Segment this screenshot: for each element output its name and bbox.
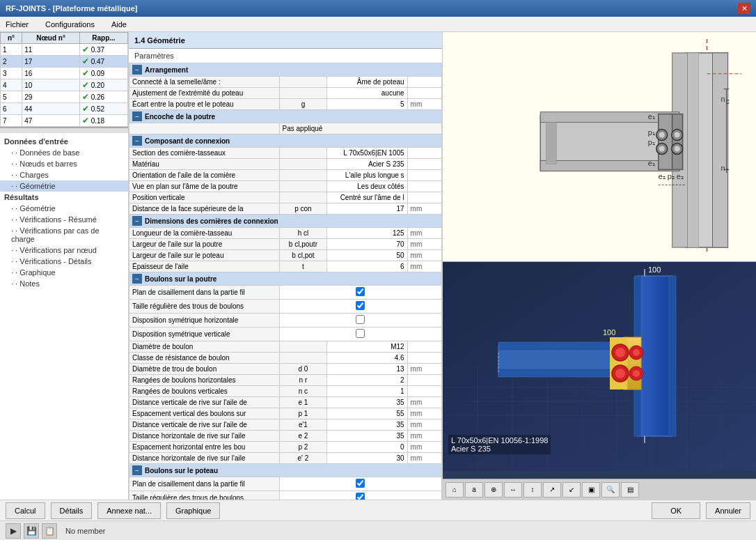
param-unit: mm	[407, 431, 441, 442]
menu-configurations[interactable]: Configurations	[42, 20, 97, 29]
params-table-container[interactable]: −Arrangement Connecté à la semelle/âme :…	[129, 63, 442, 500]
menu-aide[interactable]: Aide	[109, 20, 129, 29]
param-checkbox-cell[interactable]	[279, 300, 441, 314]
viewer-btn-arrows[interactable]: ↔	[504, 482, 522, 497]
tree-graphique[interactable]: · · Graphique	[0, 267, 128, 278]
param-checkbox[interactable]	[356, 301, 365, 310]
param-checkbox-cell[interactable]	[279, 491, 441, 500]
tree-noeuds-barres[interactable]: · · Nœuds et barres	[0, 158, 128, 169]
close-button[interactable]: ✕	[738, 3, 750, 14]
viewer-btn-search[interactable]: 🔍	[601, 482, 620, 497]
cell-n: 6	[1, 103, 22, 115]
status-icon-2[interactable]: 💾	[24, 523, 39, 539]
viewer-label-line2: Acier S 235	[451, 445, 548, 453]
param-check-label: Disposition symétrique horizontale	[129, 314, 280, 327]
table-row[interactable]: 2 17 ✔ 0.47	[1, 56, 128, 68]
tree-verif-details[interactable]: · · Vérifications - Détails	[0, 256, 128, 267]
table-row[interactable]: 7 47 ✔ 0.18	[1, 115, 128, 127]
param-checkbox[interactable]	[356, 493, 365, 500]
params-row: Rangées de boulons horizontales n r 2	[129, 375, 442, 386]
graphique-button[interactable]: Graphique	[166, 502, 220, 519]
section-toggle[interactable]: −	[132, 111, 142, 121]
viewer-btn-vert[interactable]: ↕	[523, 482, 542, 497]
param-checkbox[interactable]	[356, 287, 365, 296]
params-row: Distance horizontale de rive sur l'aile …	[129, 453, 442, 464]
ok-button[interactable]: OK	[652, 502, 700, 519]
param-checkbox-cell[interactable]	[279, 327, 441, 341]
params-row: Espacement horizontal entre les bou p 2 …	[129, 442, 442, 453]
viewer-btn-box[interactable]: ▣	[582, 482, 600, 497]
cell-ratio: ✔ 0.52	[79, 103, 127, 115]
section-toggle[interactable]: −	[132, 274, 142, 284]
tree-geometrie-result[interactable]: · · Géométrie	[0, 203, 128, 214]
viewer-btn-a[interactable]: a	[465, 482, 483, 497]
table-row[interactable]: 4 10 ✔ 0.20	[1, 79, 128, 91]
section-toggle[interactable]: −	[132, 216, 142, 226]
param-checkbox[interactable]	[356, 479, 365, 488]
param-label: Espacement vertical des boulons sur	[129, 408, 280, 419]
menu-fichier[interactable]: Fichier	[3, 20, 31, 29]
param-value: 4.6	[327, 353, 407, 364]
tree-verif-resume[interactable]: · · Vérifications - Résumé	[0, 214, 128, 225]
cell-node: 17	[22, 56, 80, 68]
svg-rect-9	[546, 123, 556, 164]
param-checkbox[interactable]	[356, 329, 365, 338]
section-toggle[interactable]: −	[132, 465, 142, 475]
section-toggle[interactable]: −	[132, 136, 142, 146]
tree-geometrie-input[interactable]: · · Géométrie	[0, 180, 128, 192]
details-button[interactable]: Détails	[51, 502, 93, 519]
param-sym: e 2	[279, 431, 327, 442]
status-icon-3[interactable]: 📋	[42, 523, 57, 539]
param-value: Les deux côtés	[327, 181, 407, 192]
param-unit	[407, 148, 441, 159]
param-checkbox[interactable]	[356, 315, 365, 324]
tree-charges[interactable]: · · Charges	[0, 169, 128, 180]
param-value: 2	[327, 375, 407, 386]
table-row[interactable]: 3 16 ✔ 0.09	[1, 68, 128, 79]
calcul-button[interactable]: Calcul	[6, 502, 45, 519]
param-check-label: Plan de cisaillement dans la partie fil	[129, 286, 280, 300]
table-row[interactable]: 5 29 ✔ 0.26	[1, 91, 128, 103]
viewer-toolbar: ⌂ a ⊕ ↔ ↕ ↗ ↙ ▣ 🔍 ▤	[443, 479, 756, 500]
viewer-btn-plus[interactable]: ⊕	[485, 482, 503, 497]
params-row: Orientation de l'aile de la comière L'ai…	[129, 170, 442, 181]
svg-rect-4	[713, 53, 728, 247]
status-icon-1[interactable]: ▶	[6, 523, 21, 539]
param-sym: e' 2	[279, 453, 327, 464]
param-check-label: Plan de cisaillement dans la partie fil	[129, 477, 280, 491]
tree-verif-noeud[interactable]: · · Vérifications par nœud	[0, 245, 128, 256]
viewer-btn-diag1[interactable]: ↗	[543, 482, 561, 497]
bottom-bar: Calcul Détails Annexe nat... Graphique O…	[0, 500, 756, 520]
param-value: 70	[327, 239, 407, 250]
viewer-btn-grid[interactable]: ▤	[621, 482, 639, 497]
cell-node: 11	[22, 44, 80, 56]
table-row[interactable]: 6 44 ✔ 0.52	[1, 103, 128, 115]
h-scrollbar[interactable]	[0, 128, 128, 133]
param-value-wide: Pas appliqué	[279, 123, 441, 134]
tree-donnees-base[interactable]: · · Données de base	[0, 147, 128, 158]
param-checkbox-cell[interactable]	[279, 477, 441, 491]
params-row: Rangées de boulons verticales n c 1	[129, 386, 442, 397]
params-row: Largeur de l'aile sur le poteau b cl,pot…	[129, 250, 442, 261]
viewer-btn-home[interactable]: ⌂	[446, 482, 464, 497]
tree-notes[interactable]: · · Notes	[0, 278, 128, 289]
svg-rect-49	[638, 276, 672, 436]
viewer-btn-diag2[interactable]: ↙	[562, 482, 581, 497]
param-sym: g	[279, 99, 327, 110]
section-label: −Boulons sur le poteau	[129, 464, 442, 477]
svg-text:100: 100	[603, 328, 615, 337]
annexe-button[interactable]: Annexe nat...	[97, 502, 161, 519]
param-label: Rangées de boulons verticales	[129, 386, 280, 397]
section-input[interactable]: Données d'entrée	[0, 136, 128, 147]
param-checkbox-cell[interactable]	[279, 314, 441, 327]
tree-verif-cas[interactable]: · · Vérifications par cas de charge	[0, 225, 128, 245]
check-icon: ✔	[82, 45, 89, 54]
param-checkbox-cell[interactable]	[279, 286, 441, 300]
col-node: Nœud n°	[22, 33, 80, 44]
table-row[interactable]: 1 11 ✔ 0.37	[1, 44, 128, 56]
section-results[interactable]: Résultats	[0, 192, 128, 203]
params-row-check: Plan de cisaillement dans la partie fil	[129, 477, 442, 491]
annuler-button[interactable]: Annuler	[706, 502, 750, 519]
section-label: −Composant de connexion	[129, 134, 442, 148]
section-toggle[interactable]: −	[132, 65, 142, 75]
